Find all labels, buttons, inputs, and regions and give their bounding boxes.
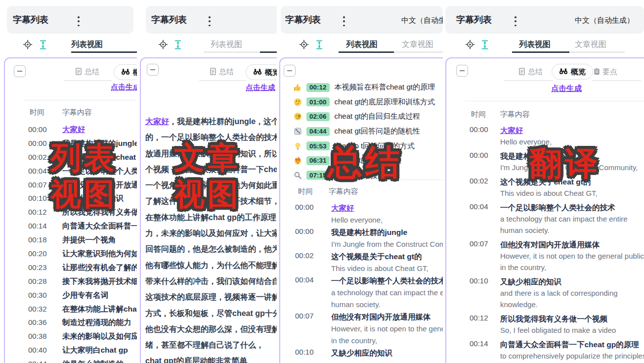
subtitle-time[interactable]: 00:07 [470, 239, 488, 248]
tab-summary[interactable]: 总结 [518, 67, 543, 77]
subtitle-time[interactable]: 00:00 [295, 227, 314, 235]
subtitle-text[interactable]: 让大家明白chat gp [62, 346, 128, 354]
subtitle-text[interactable]: 让大家意识到他为何如此重要 [62, 249, 137, 258]
subtitle-row[interactable]: 00:00我是建构社群的jungle [5, 136, 137, 150]
chapter-time-badge[interactable]: 01:00 [306, 97, 330, 106]
subtitle-time[interactable]: 00:38 [28, 329, 62, 343]
minimize-button[interactable] [456, 65, 468, 77]
subtitle-row[interactable]: 00:18并提供一个视角 [5, 233, 137, 247]
subtitle-time[interactable]: 00:14 [28, 219, 62, 233]
minimize-button[interactable] [147, 64, 159, 76]
subtitle-time[interactable]: 00:12 [28, 205, 62, 219]
chapter-time-badge[interactable]: 00:12 [306, 83, 330, 92]
tab-article-view[interactable]: 文章视图 [575, 40, 606, 50]
generate-link[interactable]: 点击生成 [551, 84, 582, 94]
subtitle-time[interactable]: 00:02 [470, 177, 488, 185]
subtitle-time[interactable]: 00:20 [28, 247, 62, 261]
subtitle-row[interactable]: 00:04一个足以影响整个人类社会的技术a technology that ca… [280, 275, 443, 311]
subtitle-row[interactable]: 00:07但他没有对国内开放通用媒体 [5, 178, 137, 192]
chapter-title[interactable]: cheat gt的惊人能力 [335, 156, 398, 165]
subtitle-text[interactable]: 所以我觉得我有义务做一个视频 [62, 208, 137, 216]
subtitle-time[interactable]: 00:36 [28, 316, 62, 329]
tab-list-view[interactable]: 列表视图 [346, 40, 378, 50]
chapter-title[interactable]: chat gp t回答问题的方式 [335, 141, 415, 151]
subtitle-row[interactable]: 00:28接下来我将抛开技术细节 [5, 274, 137, 288]
kebab-menu-icon[interactable] [75, 15, 82, 27]
subtitle-time[interactable]: 00:00 [295, 203, 314, 211]
subtitle-text[interactable]: 我是建构社群的jungle [62, 139, 137, 147]
subtitle-row[interactable]: 00:04一个足以影响整个人类社会的技术 [5, 164, 137, 178]
subtitle-text[interactable]: 在整体功能上讲解chat gp [62, 305, 137, 313]
subtitle-row[interactable]: 00:00我是建构社群的jungleI'm Jungle from the Co… [280, 227, 443, 250]
subtitle-text[interactable]: 大家好 [500, 125, 644, 136]
subtitle-time[interactable]: 00:28 [28, 274, 62, 288]
subtitle-text[interactable]: 又缺少相应的知识 [62, 194, 124, 202]
subtitle-time[interactable]: 00:00 [28, 123, 62, 136]
kebab-menu-icon[interactable] [206, 15, 213, 27]
subtitle-time[interactable]: 00:14 [470, 339, 488, 348]
subtitle-row[interactable]: 00:30少用专有名词 [5, 288, 137, 302]
locate-icon[interactable] [158, 40, 168, 51]
subtitle-time[interactable]: 00:04 [28, 164, 62, 178]
subtitle-text[interactable]: 让那些没有机会了解的人 [62, 263, 137, 272]
subtitle-text[interactable]: 又缺少相应的知识 [331, 347, 443, 359]
subtitle-text[interactable]: 但他没有对国内开放通用媒体 [331, 311, 443, 323]
subtitle-text[interactable]: 这个视频是关于cheat gt的 [331, 251, 443, 263]
tab-keypoints[interactable]: 要点 [594, 67, 617, 77]
language-label[interactable]: 中文（自动生成） [401, 16, 443, 25]
vertical-expand-icon[interactable] [480, 40, 489, 52]
subtitle-row[interactable]: 00:10又缺少相应的知识and there is a lack of corr… [446, 276, 644, 310]
subtitle-text[interactable]: 大家好 [331, 202, 443, 214]
subtitle-text[interactable]: 但他没有对国内开放通用媒体 [62, 181, 137, 189]
subtitle-time[interactable]: 00:10 [295, 348, 314, 356]
subtitle-row[interactable]: 00:02这个视频是关于cheat gt的This video is about… [446, 176, 644, 199]
chapter-time-badge[interactable]: 04:44 [306, 127, 330, 136]
locate-icon[interactable] [465, 40, 475, 51]
tab-overview[interactable]: 概览 [114, 64, 137, 80]
chapter-title[interactable]: cheat gt的底层原理和训练方式 [335, 97, 435, 107]
subtitle-time[interactable]: 00:30 [28, 288, 62, 302]
chapter-title[interactable]: cheat gt的自回归生成过程 [335, 112, 420, 121]
subtitle-text[interactable]: 所以我觉得我有义务做一个视频 [500, 313, 644, 324]
chapter-item[interactable]: 06:31cheat gt的惊人能力 [280, 153, 443, 168]
chapter-time-badge[interactable]: 07:15 [306, 171, 330, 180]
subtitle-row[interactable]: 00:32在整体功能上讲解chat gp [5, 302, 137, 316]
subtitle-row[interactable]: 00:44他是怎么被制造的 [5, 357, 137, 363]
subtitle-text[interactable]: 接下来我将抛开技术细节 [62, 277, 137, 285]
chapter-time-badge[interactable]: 06:31 [306, 156, 330, 165]
subtitle-time[interactable]: 00:10 [28, 191, 62, 205]
subtitle-text[interactable]: 一个足以影响整个人类社会的技术 [331, 275, 443, 287]
tab-list-view[interactable]: 列表视图 [71, 40, 103, 50]
chapter-item[interactable]: 07:15chat gp t与搜索引擎 [280, 168, 443, 183]
chapter-title[interactable]: chat gp t与搜索引擎 [335, 171, 400, 180]
tab-summary[interactable]: 总结 [210, 67, 234, 77]
subtitle-time[interactable]: 00:40 [28, 343, 62, 357]
tab-overview[interactable]: 概览 [552, 64, 593, 80]
tab-list-view[interactable]: 列表视图 [211, 40, 242, 50]
subtitle-row[interactable]: 00:23让那些没有机会了解的人 [5, 261, 137, 274]
subtitle-text[interactable]: 未来的影响以及如何应对 [62, 332, 137, 340]
subtitle-row[interactable]: 00:12所以我觉得我有义务做一个视频 [5, 205, 137, 219]
kebab-menu-icon[interactable] [341, 15, 347, 27]
chapter-title[interactable]: 本视频旨在科普cheat gt的原理 [335, 83, 435, 92]
subtitle-time[interactable]: 00:32 [28, 302, 62, 316]
subtitle-text[interactable]: 一个足以影响整个人类社会的技术 [62, 167, 137, 175]
tab-article-view[interactable]: 文章视图 [402, 40, 433, 50]
chapter-item[interactable]: 05:53chat gp t回答问题的方式 [280, 138, 443, 153]
subtitle-time[interactable]: 00:10 [470, 276, 488, 285]
subtitle-time[interactable]: 00:18 [28, 233, 62, 247]
language-label[interactable]: 中文（自动生成） [575, 16, 634, 25]
subtitle-row[interactable]: 00:07但他没有对国内开放通用媒体However, it is not ope… [280, 311, 443, 347]
subtitle-row[interactable]: 00:00大家好 [5, 123, 137, 136]
subtitle-time[interactable]: 00:02 [295, 251, 314, 260]
subtitle-row[interactable]: 00:07但他没有对国内开放通用媒体However, it is not ope… [446, 239, 644, 273]
subtitle-text[interactable]: 制造过程涌现的能力 [62, 318, 131, 326]
subtitle-text[interactable]: 我是建构社群的jungle [331, 227, 443, 238]
subtitle-row[interactable]: 00:40让大家明白chat gp [5, 343, 137, 357]
subtitle-time[interactable]: 00:04 [470, 202, 488, 211]
chapter-time-badge[interactable]: 05:53 [306, 141, 330, 150]
locate-icon[interactable] [299, 40, 309, 51]
subtitle-time[interactable]: 00:44 [28, 357, 62, 363]
subtitle-text[interactable]: 这个视频是关于cheat gt的 [500, 176, 644, 187]
chapter-title[interactable]: cheat gt回答问题的随机性 [335, 127, 420, 136]
